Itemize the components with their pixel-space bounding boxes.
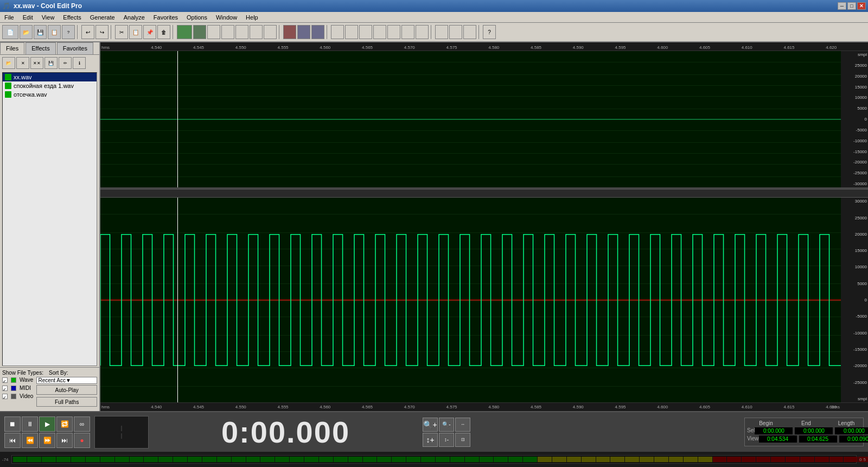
tb-new-button[interactable]: 📄 xyxy=(2,25,18,39)
tb-undo-button[interactable]: ↩ xyxy=(81,25,94,39)
menu-generate[interactable]: Generate xyxy=(86,13,119,22)
file-info-button[interactable]: ℹ xyxy=(73,57,86,69)
play-button[interactable]: ▶ xyxy=(39,416,55,432)
waveform-area[interactable]: hms 4.5404.5454.5504.5554.5604.5654.5704… xyxy=(100,42,868,411)
vu-segment xyxy=(815,457,829,462)
menu-effects[interactable]: Effects xyxy=(59,13,85,22)
tb-btn-c1[interactable] xyxy=(331,25,344,39)
ruler-marker: 4.550 xyxy=(235,42,246,51)
tb-btn-a2[interactable] xyxy=(193,25,206,39)
tab-favorites[interactable]: Favorites xyxy=(57,42,93,54)
tab-files[interactable]: Files xyxy=(0,42,24,54)
zoom-in-h-button[interactable]: 🔍+ xyxy=(423,418,438,432)
tb-btn-d1[interactable] xyxy=(435,25,448,39)
scale-smpl-b: smpl xyxy=(842,396,867,401)
tb-btn-a6[interactable] xyxy=(250,25,263,39)
midi-checkbox[interactable] xyxy=(2,386,8,391)
tb-btn-a1[interactable] xyxy=(177,25,192,39)
tb-sep7 xyxy=(478,25,481,39)
tb-btn-c3[interactable] xyxy=(359,25,372,39)
tb-btn-c2[interactable] xyxy=(345,25,358,39)
menu-help[interactable]: Help xyxy=(241,13,263,22)
file-item-0[interactable]: xx.wav xyxy=(3,73,97,81)
zoom-sel-button[interactable]: ⊡ xyxy=(455,433,470,447)
tb-btn-c6[interactable] xyxy=(401,25,414,39)
tb-cut-button[interactable]: ✂ xyxy=(115,25,128,39)
channel-bottom[interactable]: 30000 25000 20000 15000 10000 5000 0 -50… xyxy=(100,198,868,402)
skip-start-button[interactable]: ⏮ xyxy=(4,433,21,448)
tb-btn-a7[interactable] xyxy=(264,25,277,39)
stop-button[interactable]: ⏹ xyxy=(4,416,21,432)
tb-btn-d2[interactable] xyxy=(449,25,462,39)
midi-label: MIDI xyxy=(20,385,31,391)
file-edit-button[interactable]: ✏ xyxy=(59,57,72,69)
close-button[interactable]: ✕ xyxy=(857,2,866,10)
tb-btn-c7[interactable] xyxy=(416,25,429,39)
minimize-button[interactable]: ─ xyxy=(838,2,846,10)
tb-btn-a3[interactable] xyxy=(207,25,220,39)
scale-10000: 10000 xyxy=(842,95,867,100)
channel-top[interactable]: smpl smpl 25000 20 xyxy=(100,51,868,189)
tb-btn-a4[interactable] xyxy=(221,25,234,39)
zoom-in-v-button[interactable]: ↕+ xyxy=(423,433,438,447)
autoplay-button[interactable]: Auto-Play xyxy=(36,385,97,395)
file-item-2[interactable]: отсечка.wav xyxy=(3,90,97,99)
tb-btn-b3[interactable] xyxy=(311,25,324,39)
hms-ruler-marker: 4.545 xyxy=(193,405,204,409)
maximize-button[interactable]: □ xyxy=(847,2,856,10)
video-checkbox[interactable] xyxy=(2,394,8,399)
fast-forward-button[interactable]: ⏩ xyxy=(39,433,55,448)
fullpaths-button[interactable]: Full Paths xyxy=(36,397,97,407)
file-name-1: спокойная езда 1.wav xyxy=(14,83,74,89)
view-values: 0:04.534 0:04.625 0:00.090 xyxy=(759,436,869,443)
zoom-out-h-button[interactable]: 🔍- xyxy=(439,418,454,432)
tb-help-button[interactable]: ? xyxy=(483,25,496,39)
rewind-button[interactable]: ⏪ xyxy=(22,433,38,448)
sort-dropdown[interactable]: Recent Acc▼ xyxy=(36,377,97,384)
file-name-0: xx.wav xyxy=(14,74,32,80)
menu-options[interactable]: Options xyxy=(182,13,212,22)
file-close-button[interactable]: ✕ xyxy=(16,57,29,69)
zoom-full-button[interactable]: ↔ xyxy=(455,418,470,432)
file-open-button[interactable]: 📂 xyxy=(2,57,15,69)
end-col-header: End xyxy=(787,420,825,426)
skip-end-button[interactable]: ⏭ xyxy=(56,433,73,448)
tb-copy-button[interactable]: 📋 xyxy=(129,25,142,39)
tb-btn-b1[interactable] xyxy=(283,25,296,39)
menu-analyze[interactable]: Analyze xyxy=(119,13,149,22)
tb-delete-button[interactable]: 🗑 xyxy=(157,25,170,39)
menu-edit[interactable]: Edit xyxy=(18,13,37,22)
tb-btn-c4[interactable] xyxy=(373,25,386,39)
menu-view[interactable]: View xyxy=(37,13,59,22)
tb-open-button[interactable]: 📂 xyxy=(20,25,33,39)
record-button[interactable]: ● xyxy=(74,433,90,448)
tb-btn-b2[interactable] xyxy=(297,25,310,39)
scale-n30000-t: -30000 xyxy=(842,181,867,186)
view-begin-value: 0:04.534 xyxy=(759,436,797,443)
tab-effects[interactable]: Effects xyxy=(25,42,55,54)
pause-button[interactable]: ⏸ xyxy=(22,416,38,432)
hms-ruler-marker: 4.600 xyxy=(657,405,668,409)
tb-redo-button[interactable]: ↪ xyxy=(95,25,108,39)
tb-btn-c5[interactable] xyxy=(387,25,400,39)
menu-window[interactable]: Window xyxy=(212,13,241,22)
menu-file[interactable]: File xyxy=(0,13,18,22)
file-save-button[interactable]: 💾 xyxy=(44,57,58,69)
zoom-out-v-button[interactable]: ↕- xyxy=(439,433,454,447)
file-item-1[interactable]: спокойная езда 1.wav xyxy=(3,81,97,90)
file-type-wave: Wave xyxy=(2,377,33,383)
tb-save-button[interactable]: 💾 xyxy=(34,25,47,39)
vu-far-right-label: 5 xyxy=(864,457,866,462)
wave-checkbox[interactable] xyxy=(2,377,8,383)
tb-paste-button[interactable]: 📌 xyxy=(143,25,156,39)
tb-btn-d3[interactable] xyxy=(463,25,476,39)
file-close-all-button[interactable]: ✕✕ xyxy=(30,57,43,69)
loop-button[interactable]: 🔁 xyxy=(56,416,73,432)
tb-btn4[interactable]: 📋 xyxy=(48,25,61,39)
loop-all-button[interactable]: ∞ xyxy=(74,416,90,432)
ruler-marker: 4.580 xyxy=(488,42,499,51)
tb-btn-a5[interactable] xyxy=(235,25,248,39)
tb-btn5[interactable]: ? xyxy=(62,25,75,39)
menu-favorites[interactable]: Favorites xyxy=(149,13,182,22)
hms-ruler-marker: 4.580 xyxy=(488,405,499,409)
